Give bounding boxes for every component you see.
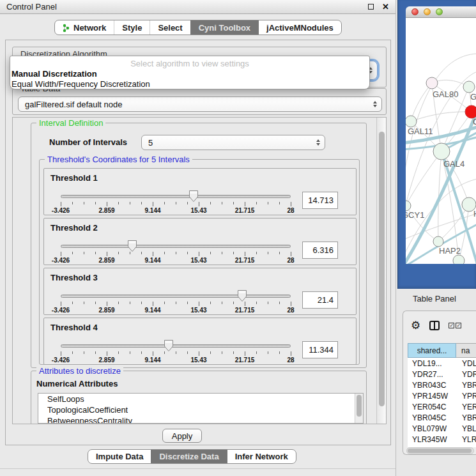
attribute-list-item[interactable]: TopologicalCoefficient (38, 404, 363, 415)
cell-shared-name[interactable]: YBR045C (408, 413, 456, 422)
cell-shared-name[interactable]: YLR345W (408, 435, 456, 444)
panel-scrollbar[interactable] (376, 118, 386, 424)
panel-scrollbar-thumb[interactable] (379, 132, 385, 406)
slider-track[interactable] (61, 344, 291, 348)
checkbox-icon[interactable]: ✓ (449, 323, 454, 328)
tab-infer-network[interactable]: Infer Network (227, 450, 296, 463)
apply-button[interactable]: Apply (162, 429, 202, 443)
cell-name[interactable]: YDR2 (456, 370, 476, 379)
tab-select[interactable]: Select (150, 20, 190, 35)
network-node-gal11[interactable] (406, 116, 417, 127)
top-tab-bar: NetworkStyleSelectCyni ToolboxjActiveMNo… (54, 20, 342, 35)
network-canvas[interactable]: GAL80GACGAL11GAL4GCY1HHAP2 (406, 18, 476, 264)
threshold-slider[interactable] (61, 240, 291, 252)
cell-name[interactable]: YPR1 (456, 392, 476, 401)
cell-shared-name[interactable]: YDL19... (408, 359, 456, 368)
cell-name[interactable]: YBR0 (456, 381, 476, 390)
network-node-ga[interactable] (463, 81, 475, 93)
table-row[interactable]: YBR043CYBR0 (408, 380, 476, 390)
num-intervals-combobox[interactable]: 5 (141, 135, 325, 150)
zoom-traffic-light-icon[interactable] (436, 8, 443, 15)
attribute-list-item[interactable]: BetweennessCentrality (38, 415, 363, 424)
threshold-value-field[interactable]: 11.344 (302, 341, 338, 358)
cell-shared-name[interactable]: YER054C (408, 403, 456, 411)
threshold-value-field[interactable]: 21.4 (302, 291, 338, 309)
threshold-slider[interactable] (61, 289, 291, 302)
table-row[interactable]: YDL19...YDL1 (408, 358, 476, 369)
network-window-titlebar[interactable] (406, 6, 476, 18)
tab-jactivemnodules[interactable]: jActiveMNodules (258, 20, 341, 35)
tab-label: Network (73, 23, 106, 33)
window-title: Control Panel (6, 2, 368, 12)
node-label: H (473, 209, 476, 219)
network-node-gcy1[interactable] (406, 201, 411, 211)
tab-style[interactable]: Style (114, 20, 150, 35)
table-data-combobox[interactable]: galFiltered.sif default node (18, 96, 382, 112)
cell-shared-name[interactable]: YBR043C (408, 381, 456, 390)
tab-cyni-toolbox[interactable]: Cyni Toolbox (190, 20, 258, 35)
slider-track[interactable] (61, 245, 291, 248)
slider-tick-labels: -3.4262.8599.14415.4321.71528 (61, 207, 291, 214)
float-window-icon[interactable] (368, 4, 374, 10)
table-row[interactable]: YBL079WYBL0 (408, 423, 476, 434)
checkbox-icon[interactable]: ✓ (456, 323, 461, 328)
network-edge[interactable] (406, 151, 441, 206)
network-node-hap2[interactable] (433, 236, 443, 247)
slider-tick-labels: -3.4262.8599.14415.4321.71528 (61, 257, 291, 264)
network-node-c[interactable] (465, 105, 476, 118)
checkbox-icons[interactable]: ✓ ✓ (449, 323, 461, 328)
threshold-value-field[interactable]: 14.713 (302, 192, 338, 209)
tab-discretize-data[interactable]: Discretize Data (151, 450, 226, 463)
network-edge[interactable] (411, 83, 432, 121)
numerical-attributes-list[interactable]: SelfLoopsTopologicalCoefficientBetweenne… (38, 393, 364, 424)
slider-thumb[interactable] (164, 339, 174, 352)
network-graph[interactable]: GAL80GACGAL11GAL4GCY1HHAP2 (406, 18, 476, 264)
column-header-name[interactable]: na (456, 343, 476, 358)
table-row[interactable]: YDR27...YDR2 (408, 369, 476, 380)
threshold-slider[interactable] (61, 339, 291, 352)
slider-tick-labels: -3.4262.8599.14415.4321.71528 (61, 357, 291, 364)
scrollbar-thumb[interactable] (408, 449, 472, 453)
minimize-traffic-light-icon[interactable] (424, 8, 431, 15)
attribute-list-item[interactable]: SelfLoops (38, 394, 363, 404)
list-scrollbar-thumb[interactable] (357, 395, 362, 417)
column-header-shared-name[interactable]: shared... (408, 343, 456, 358)
slider-thumb[interactable] (127, 240, 137, 252)
network-node-gal4[interactable] (433, 143, 450, 160)
network-node-gal80[interactable] (426, 77, 438, 89)
slider-thumb[interactable] (188, 190, 199, 203)
network-edge[interactable] (411, 112, 472, 121)
slider-thumb[interactable] (237, 289, 247, 302)
cell-shared-name[interactable]: YPR145W (408, 392, 456, 401)
close-icon[interactable]: ✕ (382, 3, 389, 11)
table-row[interactable]: YLR345WYLR3 (408, 434, 476, 445)
table-row[interactable]: YPR145WYPR1 (408, 390, 476, 401)
cell-name[interactable]: YLR3 (456, 435, 476, 444)
dropdown-option-manual-discretization[interactable]: Manual Discretization (10, 69, 369, 79)
cell-name[interactable]: YER0 (456, 403, 476, 411)
table-body: YDL19...YDL1YDR27...YDR2YBR043CYBR0YPR14… (408, 358, 476, 447)
slider-track[interactable] (61, 195, 291, 198)
table-horizontal-scrollbar[interactable] (406, 447, 474, 454)
cell-shared-name[interactable]: YBL079W (408, 424, 456, 433)
threshold-list: Threshold 1-3.4262.8599.14415.4321.71528… (43, 168, 357, 367)
threshold-value-field[interactable]: 6.316 (302, 242, 338, 259)
cell-name[interactable]: YBR0 (456, 413, 476, 422)
threshold-slider[interactable] (61, 190, 291, 203)
dropdown-option-equal-width-frequency[interactable]: Equal Width/Frequency Discretization (10, 79, 369, 89)
tab-impute-data[interactable]: Impute Data (88, 450, 151, 463)
tab-network[interactable]: Network (55, 20, 114, 35)
close-traffic-light-icon[interactable] (411, 8, 418, 15)
gear-icon[interactable]: ⚙ (411, 320, 420, 331)
dropdown-hint: Select algorithm to view settings (10, 58, 369, 69)
cell-name[interactable]: YDL1 (456, 359, 476, 368)
table-row[interactable]: YBR045CYBR0 (408, 412, 476, 423)
cell-name[interactable]: YBL0 (456, 424, 476, 433)
network-node[interactable] (453, 255, 464, 264)
table-row[interactable]: YER054CYER0 (408, 401, 476, 412)
cell-shared-name[interactable]: YDR27... (408, 370, 456, 379)
node-label: HAP2 (439, 246, 461, 256)
slider-track[interactable] (61, 295, 291, 298)
list-scrollbar[interactable] (355, 394, 363, 423)
column-layout-icon[interactable] (429, 321, 440, 330)
